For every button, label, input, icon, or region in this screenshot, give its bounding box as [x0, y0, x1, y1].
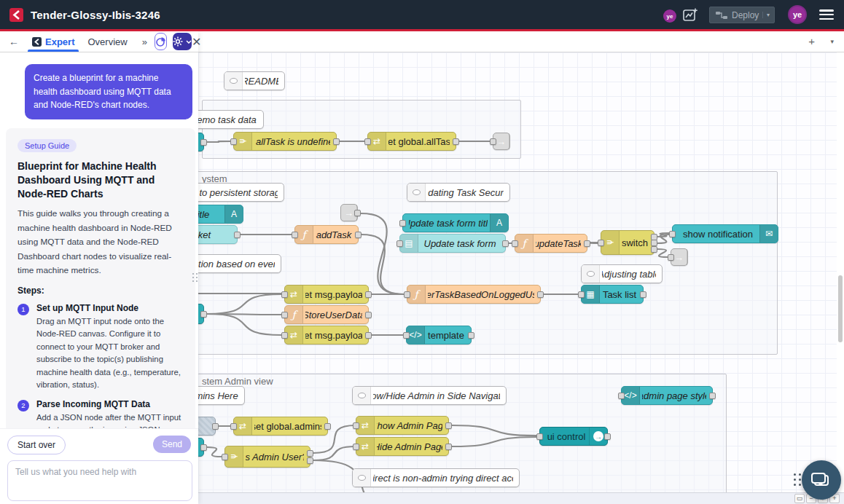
- stub-ui-top[interactable]: [198, 133, 204, 151]
- node-admin-page-style[interactable]: </>admin page style: [621, 386, 713, 405]
- comment-demo-task-data[interactable]: emo task data: [198, 110, 264, 129]
- node-set-msg-payload-1[interactable]: ⇄set msg.payload: [284, 285, 369, 304]
- output-port[interactable]: [584, 240, 590, 247]
- back-button[interactable]: ←: [9, 36, 19, 47]
- output-port[interactable]: [651, 240, 657, 246]
- comment-persistent-storage[interactable]: sk to persistent storage: [198, 183, 284, 202]
- tab-overview[interactable]: Overview: [87, 36, 127, 47]
- input-port[interactable]: [353, 444, 359, 450]
- input-port[interactable]: [512, 240, 518, 247]
- node-update-task-form-title[interactable]: AUpdate task form title: [402, 213, 509, 232]
- user-avatar[interactable]: ye: [788, 5, 807, 24]
- node-form-title[interactable]: Am title: [198, 205, 243, 224]
- input-port[interactable]: [281, 332, 288, 339]
- scrollbar-thumb[interactable]: [838, 275, 843, 342]
- node-task-list[interactable]: ▦Task list: [581, 285, 644, 304]
- vertical-scrollbar[interactable]: [837, 52, 844, 492]
- start-over-button[interactable]: Start over: [7, 436, 66, 454]
- team-avatar[interactable]: ye: [663, 9, 676, 23]
- output-port[interactable]: [640, 291, 646, 298]
- output-port[interactable]: [212, 423, 219, 430]
- output-port[interactable]: [537, 291, 544, 298]
- output-port[interactable]: [354, 210, 361, 216]
- output-port[interactable]: [200, 444, 207, 451]
- output-port[interactable]: [333, 138, 340, 145]
- flowfuse-logo[interactable]: [9, 8, 23, 22]
- input-port[interactable]: [668, 254, 674, 261]
- ai-assistant-icon[interactable]: [682, 7, 698, 23]
- comment-readme[interactable]: README: [224, 71, 285, 90]
- input-port[interactable]: [618, 393, 625, 399]
- node-updatetask[interactable]: ƒupdateTask: [515, 234, 587, 253]
- input-port[interactable]: [353, 422, 359, 429]
- input-port[interactable]: [578, 291, 585, 298]
- send-button[interactable]: Send: [153, 436, 191, 453]
- output-port[interactable]: [445, 444, 452, 450]
- node-ticket[interactable]: ticket: [198, 225, 238, 244]
- node-addtask[interactable]: ƒaddTask: [294, 225, 359, 244]
- node-ui-control[interactable]: →ui control: [539, 427, 608, 446]
- output-port[interactable]: [709, 393, 716, 399]
- input-port[interactable]: [399, 220, 406, 227]
- link-out-switch[interactable]: →: [671, 248, 688, 266]
- settings-dropdown-button[interactable]: [173, 33, 192, 50]
- input-port[interactable]: [292, 232, 298, 238]
- input-port[interactable]: [230, 423, 237, 430]
- support-chat-button[interactable]: [802, 460, 841, 500]
- input-port[interactable]: [364, 138, 371, 145]
- output-port[interactable]: [365, 332, 372, 339]
- input-port[interactable]: [536, 433, 543, 440]
- output-port[interactable]: [307, 457, 313, 464]
- stub-ui-admin[interactable]: [198, 438, 204, 457]
- output-port[interactable]: [324, 423, 331, 430]
- input-port[interactable]: [490, 138, 496, 145]
- node-set-global-admins[interactable]: ⇄set global.admins: [233, 417, 328, 436]
- output-port[interactable]: [651, 246, 657, 253]
- panel-resize-handle[interactable]: [192, 273, 198, 292]
- node-show-notification[interactable]: ✉show notification: [672, 224, 778, 243]
- input-port[interactable]: [230, 138, 237, 145]
- output-port[interactable]: [604, 433, 611, 440]
- comment-updating-task-securely[interactable]: Updating Task Securely: [407, 183, 510, 202]
- output-port[interactable]: [502, 240, 509, 247]
- more-tabs-chevrons[interactable]: »: [142, 36, 147, 47]
- output-port[interactable]: [365, 291, 372, 298]
- comment-adjusting-table[interactable]: Adjusting table: [581, 264, 663, 283]
- flow-canvas[interactable]: ystemstem Admin view READMEemo task data…: [198, 52, 837, 492]
- input-port[interactable]: [403, 332, 410, 339]
- comment-admins-here[interactable]: mins Here: [198, 386, 245, 405]
- output-port[interactable]: [355, 232, 362, 238]
- output-port[interactable]: [453, 138, 459, 145]
- node-storeuserdata[interactable]: ƒStoreUserData: [284, 305, 369, 324]
- deploy-button[interactable]: Deploy ▾: [709, 7, 775, 23]
- stub-grey-admin[interactable]: [198, 417, 216, 436]
- usage-pie-button[interactable]: [155, 33, 167, 50]
- assistant-input[interactable]: [7, 460, 192, 501]
- node-template[interactable]: </>template: [406, 326, 472, 344]
- input-port[interactable]: [281, 291, 288, 298]
- close-panel-button[interactable]: ✕: [192, 35, 201, 49]
- input-port[interactable]: [598, 240, 604, 246]
- stub-ui-mid[interactable]: [198, 304, 204, 324]
- node-set-global-alltask[interactable]: ⇄set global.allTask: [367, 132, 456, 151]
- node-is-admin-user[interactable]: ⋔Is Admin User?: [224, 446, 310, 468]
- node-update-task-form[interactable]: ▤Update task form: [399, 234, 506, 253]
- link-out-top[interactable]: →: [493, 133, 510, 150]
- node-set-msg-payload-2[interactable]: ⇄set msg.payload: [284, 326, 369, 344]
- input-port[interactable]: [404, 291, 410, 298]
- node-is-alltask-undefined[interactable]: ⋔Is allTask is undefined: [233, 132, 337, 151]
- deploy-caret-icon[interactable]: ▾: [762, 12, 770, 18]
- output-port[interactable]: [445, 422, 452, 429]
- node-show-admin-page[interactable]: ⇄Show Admin Page: [356, 416, 449, 435]
- drag-handle-dots[interactable]: [794, 473, 801, 489]
- output-port[interactable]: [200, 311, 207, 318]
- output-port[interactable]: [468, 332, 474, 339]
- flow-list-caret-icon[interactable]: ▾: [830, 38, 834, 45]
- comment-action-based-on-event[interactable]: action based on event: [198, 254, 281, 273]
- input-port[interactable]: [396, 240, 403, 247]
- output-port[interactable]: [200, 139, 207, 146]
- input-port[interactable]: [281, 312, 288, 318]
- node-switch[interactable]: ⋔switch: [601, 230, 655, 255]
- navigator-toggle-button[interactable]: ▭: [794, 494, 805, 503]
- output-port[interactable]: [307, 450, 313, 457]
